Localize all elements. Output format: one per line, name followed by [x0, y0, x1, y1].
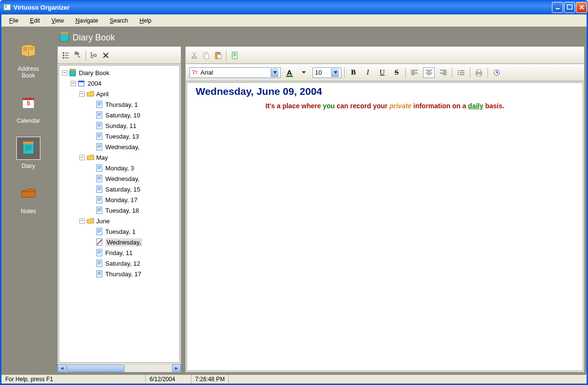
window-title: Virtuoso Organizer [13, 4, 552, 11]
svg-rect-2 [556, 8, 560, 9]
font-select[interactable]: TT Arial [189, 67, 281, 78]
svg-rect-52 [477, 74, 481, 76]
tree-month-april[interactable]: −April [60, 89, 178, 99]
svg-rect-10 [23, 141, 34, 144]
tree-entry[interactable]: Wednesday, [60, 173, 178, 184]
sidebar-label: Diary [22, 163, 35, 169]
sidebar-item-notes[interactable]: Notes [10, 178, 47, 221]
minimize-button[interactable] [552, 2, 563, 13]
tree-expand-icon[interactable] [73, 50, 84, 61]
list-button[interactable] [455, 67, 467, 78]
tree-view[interactable]: −Diary Book −2004 −April Thursday, 1 Sat… [59, 65, 180, 363]
calendar-icon: 5 [21, 95, 36, 112]
notes-icon [21, 187, 36, 201]
svg-text:T: T [195, 70, 198, 75]
scroll-left-button[interactable]: ◄ [58, 364, 66, 372]
tree-entry[interactable]: Sunday, 11 [60, 120, 178, 131]
sidebar-label: Notes [21, 208, 36, 215]
svg-rect-19 [70, 69, 75, 71]
bold-button[interactable]: B [348, 67, 359, 78]
tree-collapse-icon[interactable] [88, 50, 99, 61]
italic-button[interactable]: I [362, 67, 374, 78]
svg-rect-42 [216, 52, 219, 53]
tree-month-june[interactable]: −June [60, 216, 178, 226]
sidebar-item-address-book[interactable]: Address Book [10, 36, 47, 86]
tree-entry[interactable]: Saturday, 10 [60, 110, 178, 120]
strike-button[interactable]: S [391, 67, 402, 78]
tree-entry[interactable]: Saturday, 12 [60, 258, 178, 269]
editor-panel: TT Arial A 10 B I U S [185, 46, 585, 372]
align-center-button[interactable] [423, 67, 435, 78]
font-color-dropdown[interactable] [298, 67, 310, 78]
tree-entry-selected[interactable]: Wednesday, [60, 237, 178, 247]
editor-body[interactable]: Wednesday, June 09, 2004 It's a place wh… [187, 82, 583, 371]
menu-search[interactable]: Search [105, 16, 133, 25]
tree-entry[interactable]: Thursday, 1 [60, 99, 178, 110]
tree-entry[interactable]: Wednesday, [60, 141, 178, 152]
status-date: 6/12/2004 [146, 375, 191, 384]
svg-point-13 [63, 52, 64, 53]
scroll-thumb[interactable] [67, 365, 125, 372]
sidebar: Address Book 5 Calendar Diary Notes [1, 27, 55, 374]
format-toolbar: TT Arial A 10 B I U S [186, 64, 584, 81]
chevron-down-icon[interactable] [271, 68, 278, 77]
print-button[interactable] [473, 67, 485, 78]
svg-point-49 [458, 74, 459, 75]
svg-rect-40 [205, 54, 209, 59]
cut-icon[interactable] [189, 50, 200, 61]
delete-icon[interactable] [100, 50, 111, 61]
address-book-icon [20, 43, 37, 59]
svg-rect-12 [60, 32, 69, 34]
tree-month-may[interactable]: −May [60, 152, 178, 163]
sidebar-item-calendar[interactable]: 5 Calendar [10, 88, 47, 131]
sidebar-label: Address Book [11, 65, 46, 79]
tree-entry[interactable]: Saturday, 15 [60, 184, 178, 194]
tree-entry[interactable]: Tuesday, 18 [60, 205, 178, 216]
svg-point-14 [63, 54, 64, 56]
horizontal-scrollbar[interactable]: ◄ ► [58, 364, 181, 372]
tree-view-icon[interactable] [61, 50, 71, 61]
scroll-right-button[interactable]: ► [172, 364, 181, 372]
maximize-button[interactable] [564, 2, 575, 13]
diary-icon [21, 140, 36, 157]
tree-panel: −Diary Book −2004 −April Thursday, 1 Sat… [57, 46, 181, 372]
copy-icon[interactable] [201, 50, 212, 61]
close-button[interactable] [576, 2, 587, 13]
align-left-button[interactable] [409, 67, 420, 78]
font-name: Arial [200, 69, 213, 76]
svg-text:5: 5 [27, 100, 30, 107]
status-help: For Help, press F1 [1, 375, 146, 384]
menu-file[interactable]: File [4, 16, 23, 25]
tree-entry[interactable]: Friday, 11 [60, 247, 178, 258]
statusbar: For Help, press F1 6/12/2004 7:26:48 PM [0, 374, 588, 385]
tree-root[interactable]: −Diary Book [60, 67, 178, 78]
font-size-select[interactable]: 10 [313, 67, 341, 78]
chevron-down-icon[interactable] [331, 68, 339, 77]
tree-entry[interactable]: Tuesday, 1 [60, 226, 178, 237]
editor-toolbar [186, 47, 584, 64]
paste-icon[interactable] [213, 50, 223, 61]
menu-edit[interactable]: Edit [25, 16, 45, 25]
diary-book-icon [59, 31, 70, 45]
new-page-icon[interactable] [229, 50, 240, 61]
tree-entry[interactable]: Tuesday, 13 [60, 131, 178, 141]
menu-navigate[interactable]: Navigate [71, 16, 103, 25]
clock-icon[interactable] [491, 67, 502, 78]
menubar: File Edit View Navigate Search Help [0, 14, 588, 27]
status-time: 7:26:48 PM [191, 375, 229, 384]
panel-header: Diary Book [57, 29, 585, 46]
tree-entry[interactable]: Monday, 17 [60, 194, 178, 205]
svg-point-48 [458, 72, 459, 73]
font-color-button[interactable]: A [284, 67, 295, 78]
entry-content: It's a place where you can record your p… [196, 102, 574, 110]
tree-year[interactable]: −2004 [60, 78, 178, 89]
svg-rect-3 [567, 5, 572, 9]
align-right-button[interactable] [438, 67, 449, 78]
menu-help[interactable]: Help [135, 16, 156, 25]
tree-entry[interactable]: Thursday, 17 [60, 269, 178, 279]
menu-view[interactable]: View [47, 16, 69, 25]
sidebar-item-diary[interactable]: Diary [10, 133, 47, 176]
underline-button[interactable]: U [376, 67, 388, 78]
svg-point-47 [458, 70, 459, 71]
tree-entry[interactable]: Monday, 3 [60, 163, 178, 173]
